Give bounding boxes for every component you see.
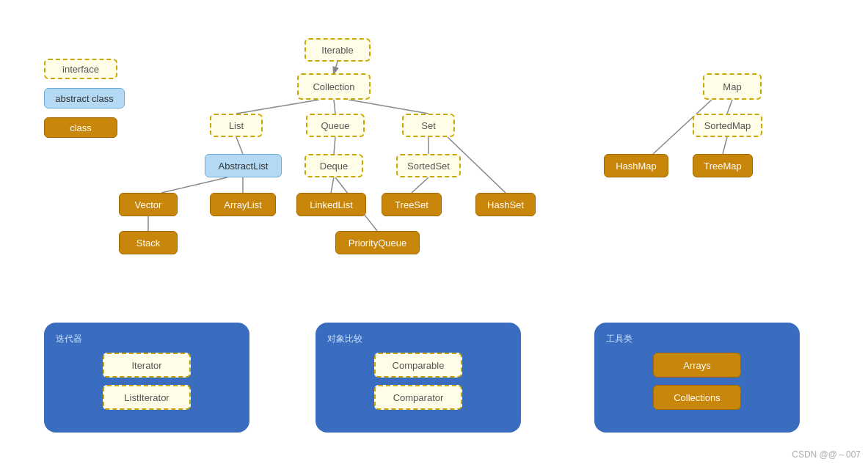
svg-line-0	[334, 62, 338, 73]
svg-line-4	[236, 137, 243, 154]
node-priorityqueue: PriorityQueue	[335, 231, 420, 254]
comparator-group-nodes: Comparable Comparator	[327, 353, 509, 410]
node-hashmap: HashMap	[604, 154, 668, 177]
tools-group-label: 工具类	[606, 333, 788, 345]
iterator-group-label: 迭代器	[56, 333, 238, 345]
legend-interface-label: interface	[62, 64, 99, 75]
node-collection: Collection	[297, 73, 371, 100]
comparator-group-label: 对象比较	[327, 333, 509, 345]
node-hashset: HashSet	[475, 193, 536, 216]
svg-line-1	[236, 100, 319, 114]
node-sortedset: SortedSet	[396, 154, 461, 177]
svg-line-10	[412, 177, 428, 193]
legend: interface abstract class class	[44, 59, 125, 138]
node-listiterator: ListIterator	[103, 385, 191, 410]
node-arraylist: ArrayList	[210, 193, 276, 216]
node-vector: Vector	[119, 193, 178, 216]
node-iterator: Iterator	[103, 353, 191, 378]
svg-line-3	[349, 100, 428, 114]
legend-abstract-label: abstract class	[55, 93, 113, 104]
iterator-group-nodes: Iterator ListIterator	[56, 353, 238, 410]
iterator-group: 迭代器 Iterator ListIterator	[44, 323, 249, 433]
node-linkedlist: LinkedList	[296, 193, 366, 216]
node-collections: Collections	[653, 385, 741, 410]
legend-interface: interface	[44, 59, 117, 79]
node-treemap: TreeMap	[693, 154, 753, 177]
node-deque: Deque	[304, 154, 363, 177]
node-iterable: Iterable	[304, 38, 371, 62]
node-set: Set	[402, 114, 455, 137]
svg-line-9	[331, 177, 334, 193]
node-queue: Queue	[306, 114, 365, 137]
svg-line-16	[723, 137, 727, 154]
comparator-group: 对象比较 Comparable Comparator	[316, 323, 521, 433]
tools-group-nodes: Arrays Collections	[606, 353, 788, 410]
tools-group: 工具类 Arrays Collections	[594, 323, 800, 433]
node-map: Map	[703, 73, 762, 100]
legend-class: class	[44, 117, 117, 138]
node-sortedmap: SortedMap	[693, 114, 762, 137]
node-abstractlist: AbstractList	[205, 154, 282, 177]
legend-class-label: class	[70, 122, 92, 133]
svg-line-7	[161, 177, 227, 193]
node-list: List	[210, 114, 263, 137]
svg-line-2	[334, 100, 335, 114]
node-treeset: TreeSet	[382, 193, 442, 216]
legend-abstract: abstract class	[44, 88, 125, 109]
node-stack: Stack	[119, 231, 178, 254]
diagram-area: interface abstract class class Iterable …	[0, 0, 868, 467]
node-arrays: Arrays	[653, 353, 741, 378]
watermark: CSDN @@～007	[792, 449, 861, 461]
node-comparator: Comparator	[374, 385, 462, 410]
svg-line-14	[727, 100, 732, 114]
node-comparable: Comparable	[374, 353, 462, 378]
svg-line-5	[334, 137, 335, 154]
